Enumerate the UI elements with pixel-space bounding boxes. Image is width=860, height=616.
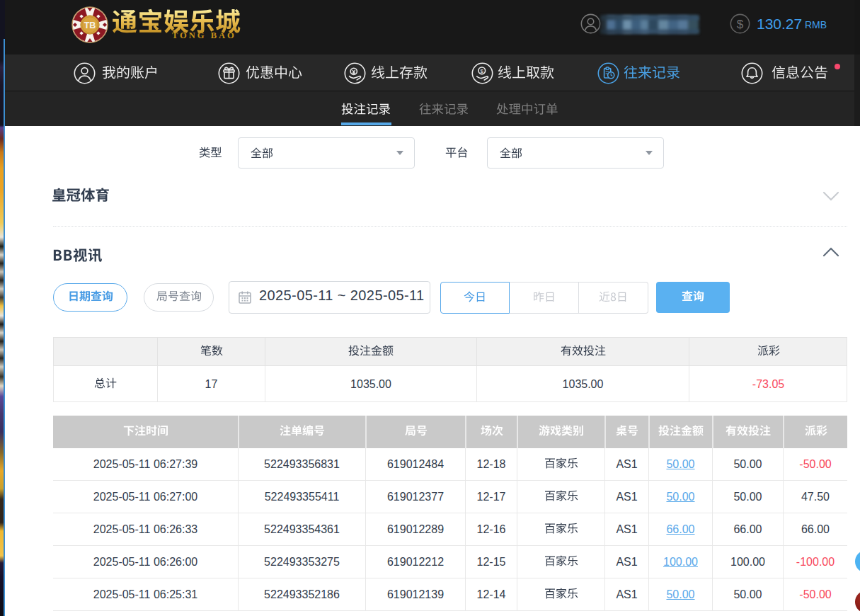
svg-text:$: $ (737, 18, 744, 31)
svg-text:TB: TB (84, 21, 96, 30)
svg-text:$: $ (481, 68, 484, 74)
